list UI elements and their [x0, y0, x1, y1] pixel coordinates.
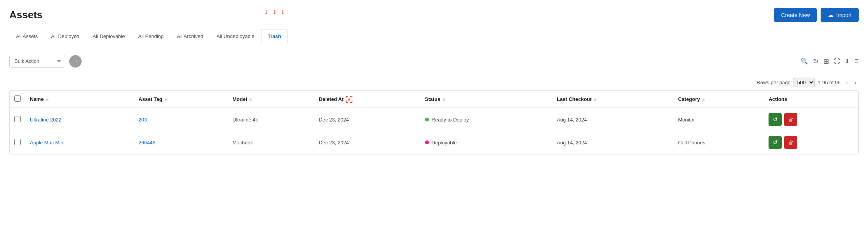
row-1-restore-button[interactable]: ↺	[769, 113, 782, 126]
row-2-checkbox[interactable]	[14, 139, 21, 145]
trash-icon: 🗑	[788, 139, 794, 146]
select-all-checkbox[interactable]	[14, 95, 21, 102]
row-2-name-link[interactable]: Apple Mac Mini	[30, 140, 64, 146]
download-icon[interactable]: ⬇	[845, 57, 850, 65]
col-header-last-checkout: Last Checkout ≡	[552, 91, 673, 108]
row-2-status-dot	[425, 140, 429, 144]
row-1-actions: ↺ 🗑	[764, 108, 858, 131]
table-row: Apple Mac Mini 266446 Macbook Dec 23, 20…	[10, 131, 858, 154]
rows-per-page-control: Rows per page 25 50 100 200 500	[756, 78, 814, 87]
columns-icon[interactable]: ⊞	[823, 57, 829, 66]
tab-all-undeployable[interactable]: All Undeployable	[210, 29, 261, 43]
table-row: Ultrafine 2022 203 Ultrafine 4k Dec 23, …	[10, 108, 858, 131]
row-2-deleted-at: Dec 23, 2024	[314, 131, 420, 154]
col-header-model: Model ≡	[228, 91, 314, 108]
row-1-last-checkout: Aug 14, 2024	[552, 108, 673, 131]
row-2-status: Deployable	[420, 131, 553, 154]
tabs-bar: All Assets All Deployed All Deployable A…	[9, 29, 859, 43]
search-icon[interactable]: 🔍	[800, 57, 808, 65]
toolbar-right: 🔍 ↻ ⊞ ⛶ ⬇ ≡	[800, 57, 859, 66]
row-2-checkbox-cell[interactable]	[10, 131, 25, 154]
row-1-name-link[interactable]: Ultrafine 2022	[30, 117, 61, 123]
filter-icon[interactable]: ≡	[854, 57, 859, 65]
refresh-icon[interactable]: ↻	[813, 57, 819, 66]
trash-icon: 🗑	[788, 116, 794, 123]
row-2-category: Cell Phones	[673, 131, 764, 154]
row-1-checkbox[interactable]	[14, 116, 21, 122]
table-body: Ultrafine 2022 203 Ultrafine 4k Dec 23, …	[10, 108, 858, 154]
import-button[interactable]: ☁ Import	[821, 8, 859, 22]
assets-table: Name ≡ Asset Tag ≡ Model ≡	[10, 91, 858, 154]
restore-icon: ↺	[773, 116, 778, 123]
fullscreen-icon[interactable]: ⛶	[834, 58, 840, 65]
tab-trash[interactable]: ↓ ↓ ↓ Trash	[261, 29, 288, 43]
col-header-category: Category ≡	[673, 91, 764, 108]
tab-all-deployable[interactable]: All Deployable	[86, 29, 131, 43]
row-1-category: Monitor	[673, 108, 764, 131]
assets-table-wrapper: Name ≡ Asset Tag ≡ Model ≡	[9, 90, 859, 154]
tab-all-deployed[interactable]: All Deployed	[44, 29, 86, 43]
select-all-header[interactable]	[10, 91, 25, 108]
row-2-asset-tag: 266446	[134, 131, 228, 154]
row-1-delete-button[interactable]: 🗑	[784, 113, 797, 126]
row-2-delete-button[interactable]: 🗑	[784, 136, 797, 149]
bulk-action-go-button[interactable]: →	[69, 55, 82, 68]
col-header-asset-tag: Asset Tag ≡	[134, 91, 228, 108]
pagination-bar: Rows per page 25 50 100 200 500 1-96 of …	[9, 78, 859, 87]
sort-model-icon[interactable]: ≡	[249, 97, 252, 102]
page-header: Assets Create New ☁ Import	[9, 8, 859, 22]
row-1-deleted-at: Dec 23, 2024	[314, 108, 420, 131]
tab-all-assets[interactable]: All Assets	[9, 29, 44, 43]
row-2-last-checkout: Aug 14, 2024	[552, 131, 673, 154]
row-1-status-dot	[425, 118, 429, 121]
toolbar: Bulk Action Delete Selected Restore Sele…	[9, 51, 859, 71]
bulk-action-select[interactable]: Bulk Action Delete Selected Restore Sele…	[9, 55, 65, 68]
table-header-row: Name ≡ Asset Tag ≡ Model ≡	[10, 91, 858, 108]
next-page-button[interactable]: ›	[852, 78, 859, 87]
create-new-button[interactable]: Create New	[774, 8, 817, 22]
col-header-status: Status ≡	[420, 91, 553, 108]
rows-per-page-label: Rows per page	[756, 80, 790, 85]
col-header-name: Name ≡	[25, 91, 134, 108]
row-1-status: Ready to Deploy	[420, 108, 553, 131]
arrow-right-icon: →	[72, 57, 79, 65]
rows-per-page-select[interactable]: 25 50 100 200 500	[793, 78, 815, 87]
tab-all-pending[interactable]: All Pending	[131, 29, 170, 43]
row-1-checkbox-cell[interactable]	[10, 108, 25, 131]
sort-name-icon[interactable]: ≡	[46, 97, 48, 102]
sort-asset-tag-icon[interactable]: ≡	[165, 97, 167, 102]
row-1-asset-tag: 203	[134, 108, 228, 131]
row-1-status-label: Ready to Deploy	[432, 117, 469, 123]
sort-deleted-at-icon[interactable]: ≡	[346, 96, 352, 103]
header-actions: Create New ☁ Import	[774, 8, 859, 22]
sort-status-icon[interactable]: ≡	[443, 97, 445, 102]
sort-last-checkout-icon[interactable]: ≡	[594, 97, 596, 102]
row-1-asset-tag-link[interactable]: 203	[139, 117, 147, 123]
pagination-range: 1-96 of 96	[818, 80, 841, 85]
row-2-restore-button[interactable]: ↺	[769, 136, 782, 149]
page-title: Assets	[9, 9, 42, 21]
toolbar-left: Bulk Action Delete Selected Restore Sele…	[9, 55, 82, 68]
prev-page-button[interactable]: ‹	[844, 78, 850, 87]
row-1-name: Ultrafine 2022	[25, 108, 134, 131]
pagination-nav: ‹ ›	[844, 78, 859, 87]
row-2-asset-tag-link[interactable]: 266446	[139, 140, 155, 146]
tab-all-archived[interactable]: All Archived	[170, 29, 210, 43]
row-2-status-label: Deployable	[432, 140, 457, 146]
row-2-model: Macbook	[228, 131, 314, 154]
row-2-name: Apple Mac Mini	[25, 131, 134, 154]
col-header-actions: Actions	[764, 91, 858, 108]
restore-icon: ↺	[773, 139, 778, 146]
col-header-deleted-at: Deleted At ≡	[314, 91, 420, 108]
sort-category-icon[interactable]: ≡	[702, 97, 705, 102]
cloud-icon: ☁	[828, 11, 834, 19]
row-1-model: Ultrafine 4k	[228, 108, 314, 131]
row-2-actions: ↺ 🗑	[764, 131, 858, 154]
